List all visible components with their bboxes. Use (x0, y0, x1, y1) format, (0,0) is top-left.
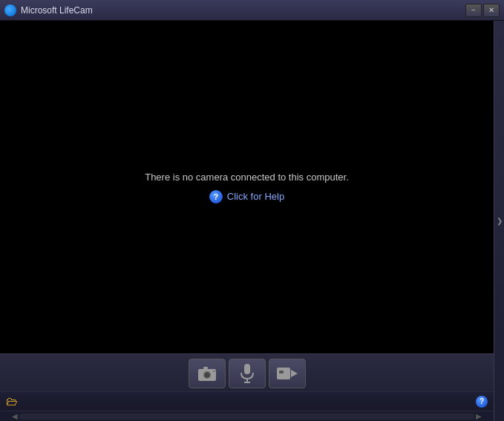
svg-rect-8 (277, 368, 290, 379)
scroll-left-arrow[interactable]: ◀ (10, 412, 19, 421)
camera-photo-icon (197, 365, 217, 382)
video-record-icon (276, 365, 298, 382)
svg-rect-3 (203, 367, 208, 369)
help-circle-icon: ? (209, 190, 223, 203)
bottom-toolbar-area: 🗁 ? (0, 353, 494, 411)
window-controls: − ✕ (465, 4, 500, 17)
help-link[interactable]: ? Click for Help (209, 190, 284, 203)
horizontal-scrollbar[interactable]: ◀ ▶ (0, 411, 494, 421)
scroll-right-arrow[interactable]: ▶ (474, 412, 483, 421)
status-bar: 🗁 ? (0, 391, 494, 411)
scrollbar-track[interactable] (19, 414, 474, 420)
video-record-button[interactable] (269, 359, 306, 388)
svg-marker-9 (291, 370, 298, 377)
app-icon (4, 4, 16, 16)
camera-area: There is no camera connected to this com… (0, 21, 494, 421)
no-camera-message: There is no camera connected to this com… (145, 172, 349, 183)
chevron-right-icon: ❯ (497, 217, 503, 225)
right-panel-toggle[interactable]: ❯ (494, 21, 504, 421)
title-bar: Microsoft LifeCam − ✕ (0, 0, 504, 21)
camera-viewport: There is no camera connected to this com… (0, 21, 494, 353)
microphone-button[interactable] (229, 359, 266, 388)
minimize-button[interactable]: − (465, 4, 482, 17)
main-container: There is no camera connected to this com… (0, 21, 504, 421)
folder-icon[interactable]: 🗁 (6, 395, 18, 408)
svg-rect-4 (213, 371, 215, 372)
app-title: Microsoft LifeCam (21, 5, 465, 16)
camera-photo-button[interactable] (189, 359, 226, 388)
help-link-text: Click for Help (227, 191, 284, 202)
help-icon-small[interactable]: ? (476, 396, 488, 408)
close-button[interactable]: ✕ (483, 4, 500, 17)
svg-rect-10 (279, 371, 284, 373)
toolbar-row (0, 354, 494, 391)
svg-point-2 (204, 373, 209, 378)
svg-rect-5 (244, 364, 250, 374)
microphone-icon (239, 363, 255, 384)
